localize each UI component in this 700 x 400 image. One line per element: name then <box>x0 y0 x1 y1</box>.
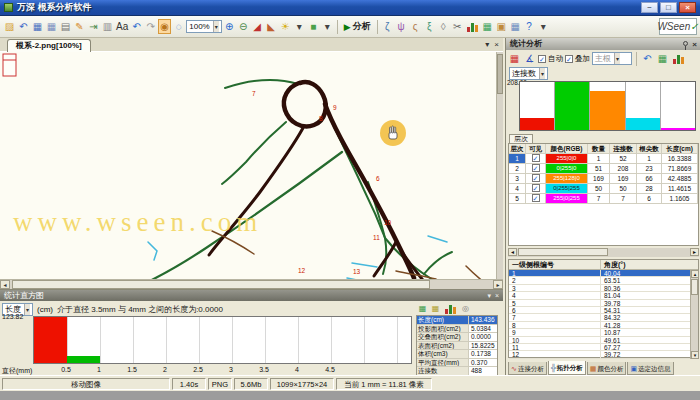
trace-tool-2-icon[interactable]: ψ <box>395 19 408 34</box>
angle-table-row[interactable]: 263.51 <box>509 277 698 284</box>
pan-hand-icon[interactable]: ◉ <box>158 19 171 34</box>
panel-close-icon[interactable]: × <box>692 39 697 51</box>
font-icon[interactable]: Aa <box>115 19 129 34</box>
scroll-thumb[interactable] <box>691 279 698 295</box>
tab-拓扑分析[interactable]: ╬拓扑分析 <box>548 361 586 375</box>
table-row[interactable]: 2✓0|255|0512082371.8669 <box>509 164 698 174</box>
visible-checkbox[interactable]: ✓ <box>526 164 546 173</box>
table-row[interactable]: 3✓255|128|01691696642.4885 <box>509 174 698 184</box>
angle-table-row[interactable]: 140.04 <box>509 270 698 277</box>
canvas-vertical-scrollbar[interactable] <box>497 52 503 279</box>
stats-export-icon[interactable]: ▦ <box>481 19 494 34</box>
close-button[interactable]: × <box>679 2 696 13</box>
stat-row[interactable]: 表面积(cm2)15.8225 <box>417 342 497 351</box>
visible-checkbox[interactable]: ✓ <box>526 154 546 163</box>
open-folder-icon[interactable]: ▨ <box>3 19 16 34</box>
angle-table-row[interactable]: 654.31 <box>509 307 698 314</box>
angle-table-row[interactable]: 784.32 <box>509 314 698 321</box>
trace-tool-4-icon[interactable]: ξ <box>423 19 436 34</box>
canvas-horizontal-scrollbar[interactable]: ◂ ▸ <box>0 279 503 289</box>
tab-选定边信息[interactable]: ▣选定边信息 <box>627 362 673 375</box>
zoom-level-combo[interactable]: 100% ▾ <box>186 20 221 33</box>
document-tab[interactable]: 根系-2.png[100%] <box>7 39 91 52</box>
export-excel-icon[interactable]: ▦ <box>417 303 428 314</box>
angle-table-row[interactable]: 910.87 <box>509 329 698 336</box>
stat-row[interactable]: 平均直径(mm)0.370 <box>417 359 497 368</box>
angle-table-row[interactable]: 539.78 <box>509 300 698 307</box>
zoom-out-icon[interactable]: ⊖ <box>237 19 250 34</box>
panel-close-icon[interactable]: × <box>495 290 499 301</box>
scroll-right-icon[interactable]: ▸ <box>690 248 699 256</box>
chart-icon[interactable] <box>445 303 456 314</box>
settings-icon[interactable]: ◎ <box>460 303 471 314</box>
chevron-down-icon[interactable]: ▾ <box>213 21 219 32</box>
scroll-thumb[interactable] <box>12 280 430 289</box>
angle-table-row[interactable]: 841.28 <box>509 322 698 329</box>
mark-tool-icon[interactable]: ◢ <box>251 19 264 34</box>
stat-row[interactable]: 投影面积(cm2)5.0384 <box>417 325 497 334</box>
report-icon[interactable]: ▣ <box>495 19 508 34</box>
panel-dropdown-icon[interactable]: ▾ <box>487 290 491 301</box>
scroll-left-icon[interactable]: ◂ <box>508 248 517 256</box>
angle-measure-icon[interactable]: ∡ <box>523 51 536 66</box>
analysis-panel-header[interactable]: 统计分析 × <box>506 38 700 50</box>
angle-table-row[interactable]: 1049.61 <box>509 337 698 344</box>
stat-row[interactable]: 长度(cm)143.436 <box>417 316 497 325</box>
maximize-button[interactable]: □ <box>660 2 677 13</box>
tab-list-dropdown-icon[interactable]: ▾ <box>485 40 489 49</box>
root-type-combo[interactable]: 主根 ▾ <box>592 52 632 65</box>
table-row[interactable]: 4✓0|255|25550502811.4615 <box>509 184 698 194</box>
trace-tool-3-icon[interactable]: ς <box>409 19 422 34</box>
tab-close-icon[interactable]: × <box>494 40 499 49</box>
zoom-in-icon[interactable]: ⊕ <box>223 19 236 34</box>
eraser-tool-icon[interactable]: ◊ <box>437 19 450 34</box>
navigator-rect[interactable] <box>3 54 16 76</box>
chart-icon[interactable] <box>467 21 478 32</box>
undo-icon[interactable]: ↶ <box>130 19 143 34</box>
ruler-tool-icon[interactable]: ◣ <box>265 19 278 34</box>
undo-icon[interactable]: ↶ <box>641 51 654 66</box>
level-tab[interactable]: 层次 <box>509 134 533 143</box>
chevron-down-icon[interactable]: ▾ <box>614 53 620 64</box>
auto-checkbox[interactable]: ✓ <box>538 55 546 63</box>
grid-icon[interactable]: ▦ <box>509 19 522 34</box>
copy-icon[interactable]: ▥ <box>101 19 114 34</box>
scroll-thumb[interactable] <box>518 248 608 256</box>
visible-checkbox[interactable]: ✓ <box>526 194 546 203</box>
region-tool-icon[interactable]: ■ <box>307 19 320 34</box>
histogram-panel-header[interactable]: 统计直方图 ▾ × <box>0 290 503 301</box>
analyze-button[interactable]: ▶ 分析 <box>341 20 374 33</box>
print-icon[interactable]: ▤ <box>59 19 72 34</box>
tab-颜色分析[interactable]: ▦颜色分析 <box>587 362 627 375</box>
redo-icon[interactable]: ↷ <box>144 19 157 34</box>
chevron-down-icon[interactable]: ▾ <box>24 304 30 315</box>
cut-tool-icon[interactable]: ✂ <box>451 19 464 34</box>
back-icon[interactable]: ↶ <box>17 19 30 34</box>
angle-table-row[interactable]: 380.36 <box>509 285 698 292</box>
save-icon[interactable]: ▦ <box>31 19 44 34</box>
angle-table-row[interactable]: 1167.27 <box>509 344 698 351</box>
title-bar[interactable]: 万深 根系分析软件 − □ × <box>0 0 700 16</box>
zoom-icon[interactable]: ◌ <box>172 19 185 34</box>
export-excel-icon[interactable]: ▦ <box>656 51 669 66</box>
region-dropdown-icon[interactable]: ▾ <box>321 19 334 34</box>
save-all-icon[interactable]: ▦ <box>45 19 58 34</box>
star-dropdown-icon[interactable]: ▾ <box>293 19 306 34</box>
scroll-up-icon[interactable]: ▴ <box>691 270 699 278</box>
image-canvas[interactable]: 789610111213 www.wseen.com <box>0 52 497 279</box>
export-icon[interactable]: ⇥ <box>87 19 100 34</box>
panel-horizontal-scrollbar[interactable]: ◂ ▸ <box>508 248 699 257</box>
pin-icon[interactable] <box>683 41 688 46</box>
visible-checkbox[interactable]: ✓ <box>526 184 546 193</box>
pencil-icon[interactable]: ✎ <box>73 19 86 34</box>
visible-checkbox[interactable]: ✓ <box>526 174 546 183</box>
scroll-left-icon[interactable]: ◂ <box>0 280 10 289</box>
table-vertical-scrollbar[interactable]: ▴ ▾ <box>690 270 698 359</box>
tab-连接分析[interactable]: ∿连接分析 <box>508 362 547 375</box>
chart-icon[interactable] <box>673 53 684 64</box>
overlay-checkbox[interactable]: ✓ <box>565 55 573 63</box>
help-dropdown-icon[interactable]: ▾ <box>537 19 550 34</box>
table-row[interactable]: 5✓255|0|2557761.1605 <box>509 194 698 204</box>
minimize-button[interactable]: − <box>641 2 658 13</box>
save-data-icon[interactable]: ▦ <box>430 303 441 314</box>
